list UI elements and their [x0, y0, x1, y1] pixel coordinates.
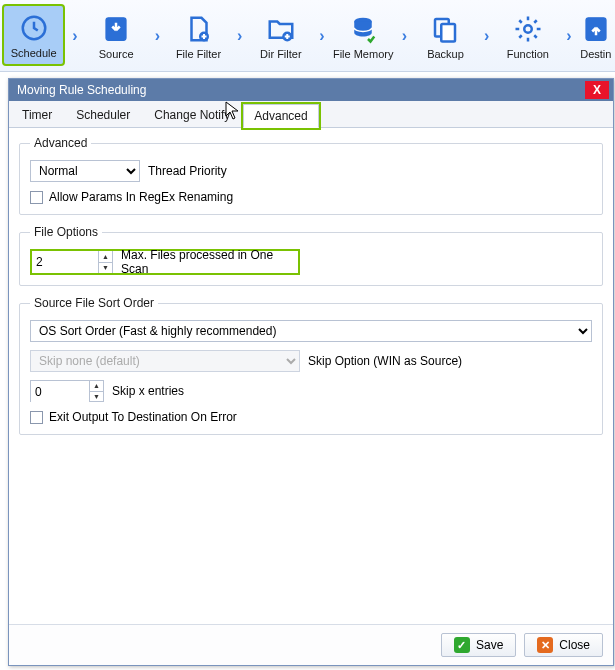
- chevron-right-icon: ›: [479, 0, 494, 71]
- toolbar-item-backup[interactable]: Backup: [412, 0, 479, 71]
- close-icon: X: [593, 83, 601, 97]
- skip-x-spinner[interactable]: ▲▼: [30, 380, 104, 402]
- tab-scheduler[interactable]: Scheduler: [65, 103, 141, 127]
- toolbar-item-file-filter[interactable]: File Filter: [165, 0, 232, 71]
- main-toolbar: Schedule › Source › File Filter › Dir Fi…: [0, 0, 615, 72]
- thread-priority-select[interactable]: Normal: [30, 160, 140, 182]
- close-button-label: Close: [559, 638, 590, 652]
- checkbox-icon: [30, 411, 43, 424]
- folder-plus-icon: [264, 12, 298, 46]
- group-file-options: File Options ▲▼ Max. Files processed in …: [19, 225, 603, 286]
- skip-option-select[interactable]: Skip none (default): [30, 350, 300, 372]
- save-button[interactable]: ✓ Save: [441, 633, 516, 657]
- check-icon: ✓: [454, 637, 470, 653]
- save-button-label: Save: [476, 638, 503, 652]
- max-files-input[interactable]: [32, 251, 98, 273]
- checkbox-icon: [30, 191, 43, 204]
- dialog-titlebar[interactable]: Moving Rule Scheduling X: [9, 79, 613, 101]
- dialog-title: Moving Rule Scheduling: [17, 83, 146, 97]
- chevron-up-icon: ▲: [99, 251, 112, 263]
- chevron-right-icon: ›: [397, 0, 412, 71]
- tab-timer[interactable]: Timer: [11, 103, 63, 127]
- group-sort-order-legend: Source File Sort Order: [30, 296, 158, 310]
- toolbar-label: Schedule: [11, 47, 57, 59]
- dialog-close-button[interactable]: X: [585, 81, 609, 99]
- chevron-right-icon: ›: [314, 0, 329, 71]
- copy-icon: [428, 12, 462, 46]
- dialog-body: Advanced Normal Thread Priority Allow Pa…: [9, 128, 613, 624]
- toolbar-label: Destin: [580, 48, 611, 60]
- spinner-buttons[interactable]: ▲▼: [98, 251, 112, 273]
- tab-change-notify[interactable]: Change Notify: [143, 103, 241, 127]
- toolbar-item-source[interactable]: Source: [83, 0, 150, 71]
- svg-point-7: [524, 25, 532, 33]
- database-icon: [346, 12, 380, 46]
- spinner-buttons[interactable]: ▲▼: [89, 381, 103, 401]
- exit-output-label: Exit Output To Destination On Error: [49, 410, 237, 424]
- max-files-label: Max. Files processed in One Scan: [113, 251, 298, 273]
- close-button[interactable]: ✕ Close: [524, 633, 603, 657]
- clock-icon: [17, 11, 51, 45]
- chevron-up-icon: ▲: [90, 381, 103, 392]
- chevron-down-icon: ▼: [99, 263, 112, 274]
- upload-icon: [579, 12, 613, 46]
- skip-x-label: Skip x entries: [112, 384, 184, 398]
- gear-icon: [511, 12, 545, 46]
- dialog-tabs: Timer Scheduler Change Notify Advanced: [9, 101, 613, 128]
- chevron-right-icon: ›: [232, 0, 247, 71]
- group-file-options-legend: File Options: [30, 225, 102, 239]
- dialog-footer: ✓ Save ✕ Close: [9, 624, 613, 665]
- scheduling-dialog: Moving Rule Scheduling X Timer Scheduler…: [8, 78, 614, 666]
- group-advanced-legend: Advanced: [30, 136, 91, 150]
- group-sort-order: Source File Sort Order OS Sort Order (Fa…: [19, 296, 603, 435]
- toolbar-label: Dir Filter: [260, 48, 302, 60]
- toolbar-label: File Memory: [333, 48, 394, 60]
- chevron-right-icon: ›: [150, 0, 165, 71]
- toolbar-item-dir-filter[interactable]: Dir Filter: [247, 0, 314, 71]
- thread-priority-label: Thread Priority: [148, 164, 227, 178]
- exit-output-checkbox[interactable]: Exit Output To Destination On Error: [30, 410, 592, 424]
- skip-x-input[interactable]: [31, 381, 89, 403]
- download-icon: [99, 12, 133, 46]
- toolbar-label: Backup: [427, 48, 464, 60]
- tab-advanced[interactable]: Advanced: [243, 104, 318, 128]
- chevron-right-icon: ›: [561, 0, 576, 71]
- toolbar-label: Function: [507, 48, 549, 60]
- skip-option-label: Skip Option (WIN as Source): [308, 354, 462, 368]
- toolbar-item-schedule[interactable]: Schedule: [2, 4, 65, 66]
- sort-order-select[interactable]: OS Sort Order (Fast & highly recommended…: [30, 320, 592, 342]
- svg-rect-6: [442, 24, 456, 42]
- chevron-right-icon: ›: [67, 0, 82, 71]
- toolbar-item-destination[interactable]: Destin: [577, 0, 615, 71]
- max-files-spinner[interactable]: ▲▼: [32, 251, 113, 273]
- chevron-down-icon: ▼: [90, 392, 103, 402]
- close-icon: ✕: [537, 637, 553, 653]
- file-plus-icon: [182, 12, 216, 46]
- toolbar-label: Source: [99, 48, 134, 60]
- toolbar-item-function[interactable]: Function: [494, 0, 561, 71]
- toolbar-item-file-memory[interactable]: File Memory: [330, 0, 397, 71]
- max-files-row: ▲▼ Max. Files processed in One Scan: [30, 249, 300, 275]
- allow-params-checkbox[interactable]: Allow Params In RegEx Renaming: [30, 190, 592, 204]
- allow-params-label: Allow Params In RegEx Renaming: [49, 190, 233, 204]
- toolbar-label: File Filter: [176, 48, 221, 60]
- group-advanced: Advanced Normal Thread Priority Allow Pa…: [19, 136, 603, 215]
